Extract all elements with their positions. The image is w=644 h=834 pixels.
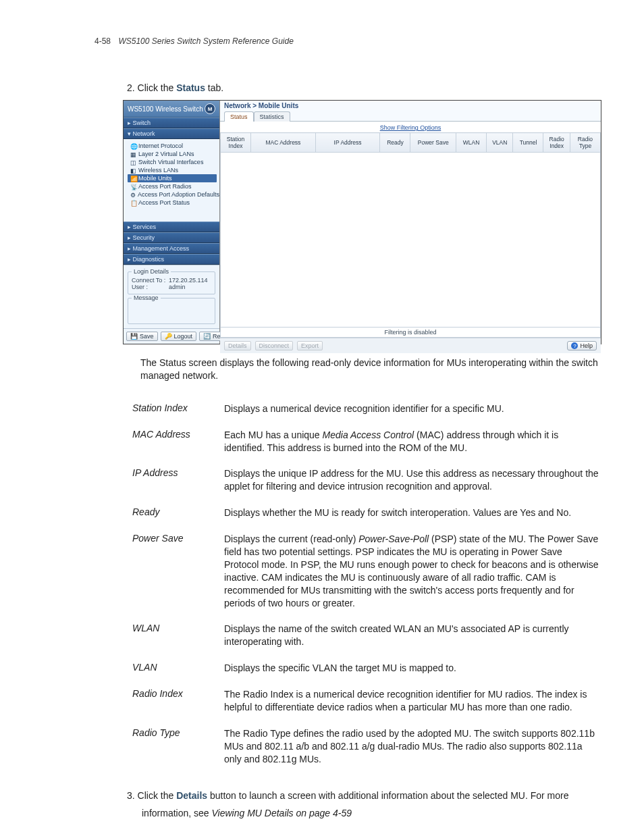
nav-band-diag[interactable]: ▸ Diagnostics [124,254,219,265]
save-icon: 💾 [130,333,138,340]
tree-item[interactable]: 📋Access Port Status [128,199,217,207]
show-filtering-link[interactable]: Show Filtering Options [220,122,601,132]
tree-item-selected[interactable]: 📶Mobile Units [128,174,217,182]
def-row: MAC AddressEach MU has a unique Media Ac… [128,422,604,461]
tree-item[interactable]: ⚙Access Port Adoption Defaults [128,190,217,199]
col-radio-type[interactable]: Radio Type [570,133,600,153]
def-row: Radio IndexThe Radio Index is a numerica… [128,681,604,721]
tab-statistics[interactable]: Statistics [254,111,290,122]
mu-icon: 📶 [130,176,136,182]
nav-band-network[interactable]: ▾ Network [124,128,219,139]
col-ip-address[interactable]: IP Address [315,133,380,153]
def-term: Radio Type [128,721,224,773]
filter-status: Filtering is disabled [220,328,601,338]
col-station-index[interactable]: Station Index [221,133,251,153]
table-body-empty [220,153,601,328]
def-term: Radio Index [128,681,224,721]
def-row: IP AddressDisplays the unique IP address… [128,461,604,500]
radio-icon: 📡 [130,184,136,190]
tree-item[interactable]: 🌐Internet Protocol [128,142,217,150]
def-term: Power Save [128,526,224,616]
login-ip: 172.20.25.114 [169,277,208,284]
tab-strip: Status Statistics [220,109,601,122]
nav-band-mgmt[interactable]: ▸ Management Access [124,243,219,254]
col-mac-address[interactable]: MAC Address [251,133,316,153]
def-term: IP Address [128,461,224,500]
status-description: The Status screen displays the following… [140,357,599,382]
def-term: Station Index [128,396,224,422]
def-term: Ready [128,500,224,526]
layers-icon: ▦ [130,151,136,157]
nav-band-security[interactable]: ▸ Security [124,232,219,243]
logout-button[interactable]: 🔑Logout [161,332,197,341]
def-text: Displays the specific VLAN the target MU… [224,655,604,681]
def-text: Displays whether the MU is ready for swi… [224,500,604,526]
nav-column: WS5100 Wireless Switch M ▸ Switch ▾ Netw… [124,101,220,344]
def-text: Displays the current (read-only) Power-S… [224,526,604,616]
save-button[interactable]: 💾Save [126,332,158,341]
col-ready[interactable]: Ready [380,133,410,153]
status-tab-ref: Status [176,82,205,93]
def-row: ReadyDisplays whether the MU is ready fo… [128,500,604,526]
def-text: Each MU has a unique Media Access Contro… [224,422,604,461]
xref: Viewing MU Details on page 4-59 [212,808,352,818]
def-row: Power SaveDisplays the current (read-onl… [128,526,604,616]
help-icon: ? [571,342,578,349]
def-term: WLAN [128,616,224,655]
def-term: MAC Address [128,422,224,461]
col-tunnel[interactable]: Tunnel [513,133,543,153]
def-row: Station IndexDisplays a numerical device… [128,396,604,422]
breadcrumb: Network > Mobile Units [220,101,601,109]
nav-bottom-bar: 💾Save 🔑Logout 🔄Refresh [124,328,219,344]
def-term: VLAN [128,655,224,681]
tree-item[interactable]: ◫Switch Virtual Interfaces [128,158,217,166]
def-row: VLANDisplays the specific VLAN the targe… [128,655,604,681]
details-button[interactable]: Details [224,341,251,350]
col-radio-index[interactable]: Radio Index [543,133,570,153]
def-text: The Radio Index is a numerical device re… [224,681,604,721]
col-wlan[interactable]: WLAN [456,133,487,153]
wlan-icon: ◧ [130,167,136,174]
col-vlan[interactable]: VLAN [487,133,513,153]
defaults-icon: ⚙ [130,192,136,198]
mu-table: Station Index MAC Address IP Address Rea… [220,132,601,153]
interface-icon: ◫ [130,159,136,165]
tab-status[interactable]: Status [224,111,254,122]
tree-item[interactable]: 📡Access Port Radios [128,182,217,190]
export-button[interactable]: Export [297,341,323,350]
doc-title: WS5100 Series Switch System Reference Gu… [118,36,293,46]
page-header: 4-58 WS5100 Series Switch System Referen… [95,36,610,46]
globe-icon: 🌐 [130,143,136,149]
nav-band-switch[interactable]: ▸ Switch [124,118,219,128]
bottom-bar: Details Disconnect Export ?Help [220,338,601,353]
page-number: 4-58 [95,36,111,46]
logout-icon: 🔑 [165,333,172,340]
login-user: admin [169,284,186,290]
help-button[interactable]: ?Help [567,341,597,350]
refresh-icon: 🔄 [203,333,211,340]
def-row: WLANDisplays the name of the switch crea… [128,616,604,655]
tree-item[interactable]: ▦Layer 2 Virtual LANs [128,150,217,158]
login-details: Login Details Connect To :172.20.25.114 … [124,265,219,328]
nav-band-services[interactable]: ▸ Services [124,221,219,232]
table-header-row: Station Index MAC Address IP Address Rea… [221,133,601,153]
step-2: 2. Click the Status tab. [127,82,610,93]
step-3: 3. Click the Details button to launch a … [127,790,610,801]
ui-screenshot: WS5100 Wireless Switch M ▸ Switch ▾ Netw… [123,100,601,344]
def-text: Displays a numerical device recognition … [224,396,604,422]
main-column: Network > Mobile Units Status Statistics… [220,101,601,344]
def-row: Radio TypeThe Radio Type defines the rad… [128,721,604,773]
nav-title-bar: WS5100 Wireless Switch M [124,101,219,118]
brand-logo-icon: M [205,103,215,114]
disconnect-button[interactable]: Disconnect [255,341,294,350]
col-power-save[interactable]: Power Save [410,133,456,153]
nav-tree: 🌐Internet Protocol ▦Layer 2 Virtual LANs… [124,139,219,209]
definitions-table: Station IndexDisplays a numerical device… [128,396,604,773]
def-text: Displays the name of the switch created … [224,616,604,655]
def-text: Displays the unique IP address for the M… [224,461,604,500]
def-text: The Radio Type defines the radio used by… [224,721,604,773]
details-button-ref: Details [176,790,207,801]
status-icon: 📋 [130,200,136,206]
step-3-cont: information, see Viewing MU Details on p… [142,808,610,818]
tree-item[interactable]: ◧Wireless LANs [128,166,217,174]
